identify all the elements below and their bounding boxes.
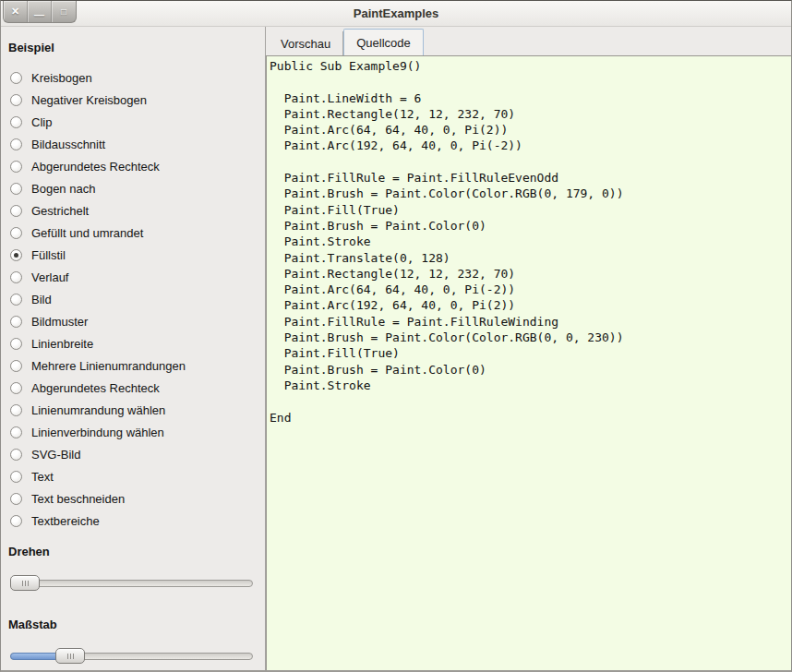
radio-option-label: Negativer Kreisbogen <box>31 93 147 107</box>
titlebar[interactable]: ✕ — □ PaintExamples <box>1 1 791 27</box>
app-window: ✕ — □ PaintExamples Beispiel Kreisbogen … <box>0 0 792 672</box>
radio-icon <box>10 161 22 173</box>
radio-option[interactable]: Text beschneiden <box>1 487 265 510</box>
radio-icon <box>10 294 22 306</box>
radio-option[interactable]: Textbereiche <box>1 510 265 532</box>
tab-label: Quellcode <box>356 36 411 50</box>
radio-icon <box>10 94 22 106</box>
example-radio-list: Kreisbogen Negativer Kreisbogen Clip Bil… <box>1 66 265 532</box>
radio-icon <box>10 227 22 239</box>
radio-option[interactable]: Clip <box>1 111 265 133</box>
window-control-icon: — <box>34 9 44 20</box>
window-control-icon: □ <box>61 6 66 17</box>
radio-option-label: Linienverbindung wählen <box>31 426 164 439</box>
tab-strip: Vorschau Quellcode <box>266 27 791 55</box>
radio-option-label: Clip <box>31 115 52 129</box>
radio-option-label: Verlauf <box>31 270 68 284</box>
radio-icon <box>10 493 22 505</box>
close-button[interactable]: ✕ <box>4 1 28 22</box>
radio-icon <box>10 426 22 438</box>
tab[interactable]: Vorschau <box>269 31 343 55</box>
radio-option-label: Füllstil <box>31 248 66 262</box>
radio-option-label: Abgerundetes Rechteck <box>31 160 160 174</box>
radio-option[interactable]: Bild <box>1 288 265 310</box>
radio-option[interactable]: Linienverbindung wählen <box>1 421 265 443</box>
radio-option[interactable]: Linienbreite <box>1 332 265 354</box>
radio-icon <box>10 471 22 483</box>
drehen-slider[interactable] <box>10 575 253 591</box>
radio-option[interactable]: Text <box>1 465 265 487</box>
radio-option[interactable]: Linienumrandung wählen <box>1 399 265 421</box>
tab[interactable]: Quellcode <box>343 29 424 55</box>
radio-icon <box>10 72 22 84</box>
radio-option-label: Abgerundetes Rechteck <box>31 381 160 395</box>
window-control-icon: ✕ <box>11 6 19 18</box>
radio-option[interactable]: Mehrere Linienumrandungen <box>1 354 265 377</box>
minimize-button[interactable]: — <box>28 1 52 22</box>
radio-icon <box>10 249 22 261</box>
radio-option-label: Linienbreite <box>31 337 93 351</box>
drehen-label: Drehen <box>8 545 265 558</box>
radio-icon <box>10 449 22 461</box>
radio-option-label: Gefüllt und umrandet <box>31 226 143 240</box>
radio-option[interactable]: Kreisbogen <box>1 66 265 89</box>
massstab-label: Maßstab <box>8 618 265 631</box>
radio-option[interactable]: Bildausschnitt <box>1 133 265 155</box>
radio-option-label: Text beschneiden <box>31 492 125 506</box>
tab-label: Vorschau <box>281 37 330 51</box>
radio-option[interactable]: Bildmuster <box>1 310 265 332</box>
maximize-button[interactable]: □ <box>52 1 76 22</box>
radio-option-label: Textbereiche <box>31 514 100 528</box>
radio-option[interactable]: Füllstil <box>1 244 265 266</box>
window-title: PaintExamples <box>354 6 439 20</box>
radio-option[interactable]: Abgerundetes Rechteck <box>1 377 265 399</box>
slider-track[interactable] <box>10 580 253 587</box>
radio-option[interactable]: Gefüllt und umrandet <box>1 222 265 244</box>
radio-option-label: Bildausschnitt <box>31 138 105 151</box>
radio-icon <box>10 138 22 150</box>
radio-option[interactable]: Negativer Kreisbogen <box>1 89 265 111</box>
radio-icon <box>10 205 22 217</box>
source-code-view[interactable]: Public Sub Example9() Paint.LineWidth = … <box>266 55 791 670</box>
radio-option-label: Bildmuster <box>31 315 88 329</box>
beispiel-header: Beispiel <box>8 41 265 54</box>
radio-option-label: SVG-Bild <box>31 448 80 462</box>
radio-icon <box>10 360 22 372</box>
radio-icon <box>10 515 22 527</box>
radio-option-label: Bogen nach <box>31 182 95 196</box>
source-code-text: Public Sub Example9() Paint.LineWidth = … <box>270 58 788 426</box>
sidebar: Beispiel Kreisbogen Negativer Kreisbogen… <box>1 27 266 670</box>
radio-option-label: Text <box>31 470 54 484</box>
radio-option-label: Bild <box>31 293 52 306</box>
radio-icon <box>10 316 22 328</box>
radio-option-label: Kreisbogen <box>31 71 92 85</box>
content-area: Vorschau Quellcode Public Sub Example9()… <box>266 27 791 670</box>
radio-option[interactable]: Gestrichelt <box>1 199 265 222</box>
radio-icon <box>10 271 22 283</box>
radio-icon <box>10 338 22 350</box>
radio-icon <box>10 404 22 416</box>
radio-icon <box>10 116 22 128</box>
radio-option[interactable]: Bogen nach <box>1 177 265 199</box>
slider-handle[interactable] <box>10 575 40 591</box>
radio-option-label: Linienumrandung wählen <box>31 403 165 417</box>
radio-icon <box>10 183 22 195</box>
radio-option[interactable]: Abgerundetes Rechteck <box>1 155 265 177</box>
radio-option[interactable]: SVG-Bild <box>1 443 265 465</box>
main-area: Beispiel Kreisbogen Negativer Kreisbogen… <box>1 27 791 670</box>
radio-icon <box>10 382 22 394</box>
window-controls: ✕ — □ <box>3 1 77 23</box>
radio-option-label: Mehrere Linienumrandungen <box>31 359 186 373</box>
massstab-slider[interactable] <box>10 648 253 664</box>
radio-option-label: Gestrichelt <box>31 204 89 218</box>
radio-option[interactable]: Verlauf <box>1 266 265 288</box>
slider-handle[interactable] <box>55 648 85 664</box>
